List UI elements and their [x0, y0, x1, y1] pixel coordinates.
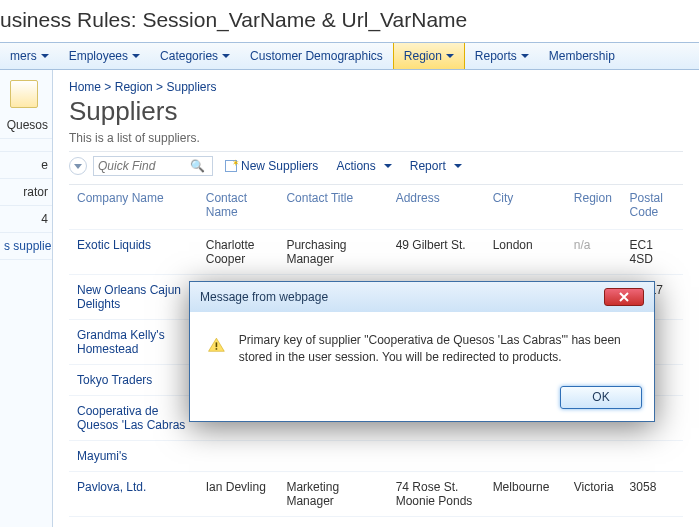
sidebar-item[interactable]: 4	[0, 206, 52, 233]
dialog-message: Primary key of supplier "Cooperativa de …	[239, 332, 636, 366]
page-title: Suppliers	[69, 96, 683, 127]
new-suppliers-button[interactable]: New Suppliers	[219, 159, 324, 173]
sidebar-item[interactable]: rator	[0, 179, 52, 206]
page-header: usiness Rules: Session_VarName & Url_Var…	[0, 0, 699, 42]
dialog-titlebar[interactable]: Message from webpage	[190, 282, 654, 312]
page-subtitle: This is a list of suppliers.	[69, 131, 683, 145]
breadcrumb-region[interactable]: Region	[115, 80, 153, 94]
column-header[interactable]: Company Name	[69, 185, 198, 230]
dialog-title-text: Message from webpage	[200, 290, 328, 304]
caret-icon	[384, 164, 392, 168]
sidebar: Quesoserator4s suppliers	[0, 70, 53, 527]
sidebar-item[interactable]	[0, 139, 52, 152]
report-menu[interactable]: Report	[404, 159, 468, 173]
breadcrumb-home[interactable]: Home	[69, 80, 101, 94]
close-button[interactable]	[604, 288, 644, 306]
menu-item-membership[interactable]: Membership	[539, 43, 625, 69]
menu-item-categories[interactable]: Categories	[150, 43, 240, 69]
menu-item-employees[interactable]: Employees	[59, 43, 150, 69]
actions-menu[interactable]: Actions	[330, 159, 397, 173]
quick-find[interactable]: 🔍	[93, 156, 213, 176]
menu-item-reports[interactable]: Reports	[465, 43, 539, 69]
table-row[interactable]: Exotic LiquidsCharlotte CooperPurchasing…	[69, 230, 683, 275]
column-header[interactable]: Region	[566, 185, 622, 230]
caret-icon	[222, 54, 230, 58]
menu-item-mers[interactable]: mers	[0, 43, 59, 69]
menu-item-region[interactable]: Region	[393, 43, 465, 69]
search-icon[interactable]: 🔍	[190, 159, 209, 173]
menu-item-customer-demographics[interactable]: Customer Demographics	[240, 43, 393, 69]
ok-button[interactable]: OK	[560, 386, 642, 409]
caret-icon	[446, 54, 454, 58]
sidebar-item[interactable]: s suppliers	[0, 233, 52, 260]
caret-icon	[454, 164, 462, 168]
svg-rect-0	[216, 342, 218, 347]
warning-icon	[208, 332, 225, 358]
breadcrumb: Home > Region > Suppliers	[69, 80, 683, 94]
menubar: mersEmployeesCategoriesCustomer Demograp…	[0, 42, 699, 70]
new-document-icon	[225, 160, 237, 172]
table-row[interactable]: Mayumi's	[69, 441, 683, 472]
message-dialog: Message from webpage Primary key of supp…	[189, 281, 655, 422]
search-input[interactable]	[94, 159, 190, 173]
close-icon	[619, 292, 629, 302]
table-row[interactable]: Specialty Biscuits, Ltd.Peter WilsonSale…	[69, 517, 683, 528]
caret-icon	[521, 54, 529, 58]
column-header[interactable]: Postal Code	[622, 185, 683, 230]
column-header[interactable]: Address	[388, 185, 485, 230]
caret-icon	[41, 54, 49, 58]
column-header[interactable]: City	[485, 185, 566, 230]
column-header[interactable]: Contact Title	[278, 185, 387, 230]
toolbar: 🔍 New Suppliers Actions Report	[69, 151, 683, 185]
svg-rect-1	[216, 348, 218, 350]
breadcrumb-current: Suppliers	[166, 80, 216, 94]
table-row[interactable]: Pavlova, Ltd.Ian DevlingMarketing Manage…	[69, 472, 683, 517]
expand-button[interactable]	[69, 157, 87, 175]
sidebar-folder-icon[interactable]	[10, 80, 38, 108]
sidebar-item[interactable]: e	[0, 152, 52, 179]
header-title: usiness Rules: Session_VarName & Url_Var…	[0, 8, 699, 32]
caret-icon	[132, 54, 140, 58]
chevron-down-icon	[74, 164, 82, 169]
sidebar-item[interactable]: Quesos	[0, 112, 52, 139]
column-header[interactable]: Contact Name	[198, 185, 279, 230]
